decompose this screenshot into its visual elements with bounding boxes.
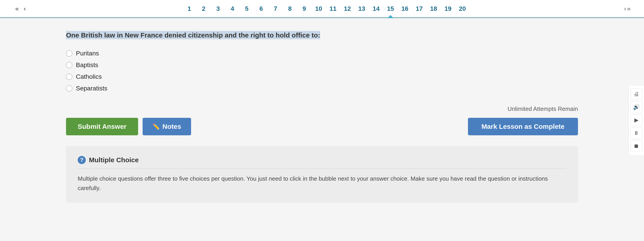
answer-radio-3[interactable]: [66, 85, 72, 92]
pagination-nav-right: › »: [624, 5, 630, 12]
pause-icon: ⏸: [634, 130, 639, 136]
pause-button[interactable]: ⏸: [630, 127, 642, 139]
answer-option-label-0: Puritans: [76, 50, 99, 57]
answer-option-label-2: Catholics: [76, 73, 102, 80]
page-number-11[interactable]: 11: [326, 2, 340, 15]
stop-icon: ⏹: [634, 143, 639, 149]
last-page-button[interactable]: »: [627, 5, 630, 12]
page-number-14[interactable]: 14: [369, 2, 383, 15]
pagination-numbers: 1234567891011121314151617181920: [28, 2, 624, 15]
page-number-17[interactable]: 17: [412, 2, 426, 15]
page-number-6[interactable]: 6: [254, 2, 268, 15]
answer-option-label-1: Baptists: [76, 61, 98, 69]
attempts-text: Unlimited Attempts Remain: [508, 105, 578, 112]
notes-button[interactable]: ✏️ Notes: [142, 118, 191, 135]
play-icon: ▶: [634, 117, 638, 123]
info-circle-icon: ?: [78, 156, 86, 164]
info-box: ? Multiple Choice Multiple choice questi…: [66, 146, 578, 203]
info-box-title: Multiple Choice: [89, 156, 139, 164]
answer-option-label-3: Separatists: [76, 85, 107, 92]
print-icon: 🖨: [634, 91, 639, 97]
page-number-15[interactable]: 15: [383, 2, 398, 15]
left-buttons: Submit Answer ✏️ Notes: [66, 118, 191, 135]
page-number-2[interactable]: 2: [196, 2, 211, 15]
answer-radio-2[interactable]: [66, 74, 72, 80]
answer-option-1[interactable]: Baptists: [66, 61, 578, 69]
page-container: « ‹ 1234567891011121314151617181920 › » …: [0, 0, 644, 241]
play-button[interactable]: ▶: [630, 114, 642, 126]
notes-edit-icon: ✏️: [152, 123, 160, 130]
page-number-1[interactable]: 1: [182, 2, 196, 15]
answer-options: PuritansBaptistsCatholicsSeparatists: [66, 50, 578, 92]
page-number-3[interactable]: 3: [211, 2, 225, 15]
action-buttons-row: Submit Answer ✏️ Notes Mark Lesson as Co…: [66, 118, 578, 135]
page-number-10[interactable]: 10: [312, 2, 326, 15]
sound-icon: 🔊: [633, 104, 640, 110]
question-text: One British law in New France denied cit…: [66, 31, 320, 39]
sound-button[interactable]: 🔊: [630, 101, 642, 113]
pagination-bar: « ‹ 1234567891011121314151617181920 › »: [0, 0, 644, 18]
page-number-7[interactable]: 7: [268, 2, 283, 15]
page-number-5[interactable]: 5: [240, 2, 254, 15]
info-box-header: ? Multiple Choice: [78, 156, 566, 169]
answer-option-0[interactable]: Puritans: [66, 50, 578, 57]
answer-radio-0[interactable]: [66, 50, 72, 56]
page-number-9[interactable]: 9: [297, 2, 312, 15]
next-page-button[interactable]: ›: [624, 5, 626, 12]
page-number-4[interactable]: 4: [225, 2, 240, 15]
page-number-19[interactable]: 19: [441, 2, 455, 15]
pagination-nav-left: « ‹: [14, 4, 28, 13]
main-content: One British law in New France denied cit…: [30, 18, 614, 221]
page-number-8[interactable]: 8: [283, 2, 297, 15]
mark-complete-button[interactable]: Mark Lesson as Complete: [468, 118, 578, 135]
answer-option-2[interactable]: Catholics: [66, 73, 578, 80]
info-box-body: Multiple choice questions offer three to…: [78, 174, 566, 193]
notes-button-label: Notes: [162, 123, 181, 130]
answer-option-3[interactable]: Separatists: [66, 85, 578, 92]
page-number-20[interactable]: 20: [455, 2, 470, 15]
answer-radio-1[interactable]: [66, 62, 72, 68]
page-number-12[interactable]: 12: [340, 2, 354, 15]
attempts-row: Unlimited Attempts Remain: [66, 105, 578, 112]
page-number-13[interactable]: 13: [354, 2, 369, 15]
question-text-wrapper: One British law in New France denied cit…: [66, 31, 578, 39]
submit-answer-button[interactable]: Submit Answer: [66, 118, 138, 135]
page-number-18[interactable]: 18: [426, 2, 441, 15]
page-number-16[interactable]: 16: [398, 2, 412, 15]
right-sidebar: 🖨 🔊 ▶ ⏸ ⏹: [628, 86, 644, 155]
print-button[interactable]: 🖨: [630, 88, 642, 100]
stop-button[interactable]: ⏹: [630, 140, 642, 152]
first-page-button[interactable]: «: [14, 4, 21, 13]
prev-page-button[interactable]: ‹: [22, 4, 28, 13]
